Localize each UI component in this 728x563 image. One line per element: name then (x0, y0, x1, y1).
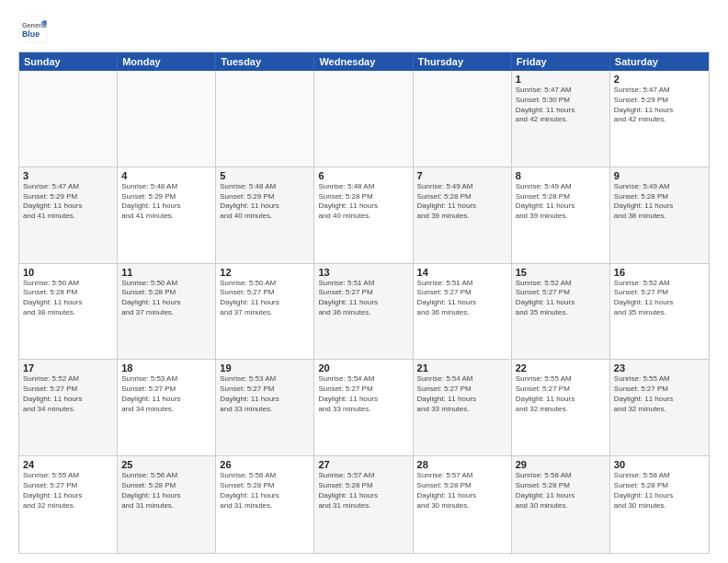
day-number: 30 (614, 459, 705, 470)
calendar: SundayMondayTuesdayWednesdayThursdayFrid… (18, 52, 710, 554)
calendar-cell-17: 17Sunrise: 5:52 AM Sunset: 5:27 PM Dayli… (19, 360, 118, 455)
day-number: 25 (121, 459, 211, 470)
calendar-cell-26: 26Sunrise: 5:56 AM Sunset: 5:28 PM Dayli… (216, 456, 314, 553)
day-number: 4 (121, 170, 211, 181)
day-number: 15 (516, 267, 606, 278)
day-number: 14 (417, 267, 507, 278)
day-info: Sunrise: 5:50 AM Sunset: 5:28 PM Dayligh… (121, 279, 211, 318)
day-info: Sunrise: 5:49 AM Sunset: 5:28 PM Dayligh… (417, 182, 507, 222)
day-number: 11 (121, 267, 211, 278)
calendar-cell-6: 6Sunrise: 5:48 AM Sunset: 5:28 PM Daylig… (314, 167, 413, 263)
day-number: 13 (318, 267, 408, 278)
day-info: Sunrise: 5:50 AM Sunset: 5:28 PM Dayligh… (23, 279, 113, 318)
day-number: 21 (417, 362, 507, 373)
day-info: Sunrise: 5:48 AM Sunset: 5:29 PM Dayligh… (121, 182, 211, 222)
day-info: Sunrise: 5:55 AM Sunset: 5:27 PM Dayligh… (23, 471, 113, 511)
day-info: Sunrise: 5:57 AM Sunset: 5:28 PM Dayligh… (417, 471, 507, 511)
day-number: 8 (516, 170, 606, 181)
calendar-cell-12: 12Sunrise: 5:50 AM Sunset: 5:27 PM Dayli… (216, 264, 314, 360)
page: General Blue SundayMondayTuesdayWednesda… (0, 0, 728, 563)
calendar-cell-24: 24Sunrise: 5:55 AM Sunset: 5:27 PM Dayli… (19, 456, 118, 553)
day-number: 16 (614, 267, 705, 278)
day-info: Sunrise: 5:58 AM Sunset: 5:28 PM Dayligh… (614, 471, 705, 511)
calendar-cell-1: 1Sunrise: 5:47 AM Sunset: 5:30 PM Daylig… (512, 71, 610, 167)
calendar-cell-16: 16Sunrise: 5:52 AM Sunset: 5:27 PM Dayli… (610, 264, 709, 360)
day-info: Sunrise: 5:47 AM Sunset: 5:30 PM Dayligh… (516, 86, 606, 125)
day-number: 3 (23, 170, 113, 181)
calendar-row-5: 24Sunrise: 5:55 AM Sunset: 5:27 PM Dayli… (19, 456, 709, 553)
calendar-cell-2: 2Sunrise: 5:47 AM Sunset: 5:29 PM Daylig… (610, 71, 709, 167)
calendar-cell-3: 3Sunrise: 5:47 AM Sunset: 5:29 PM Daylig… (19, 167, 118, 263)
calendar-cell-5: 5Sunrise: 5:48 AM Sunset: 5:29 PM Daylig… (216, 167, 314, 263)
calendar-cell-empty-0-1 (118, 71, 216, 167)
calendar-header: SundayMondayTuesdayWednesdayThursdayFrid… (19, 52, 709, 71)
day-number: 12 (220, 267, 310, 278)
calendar-row-1: 1Sunrise: 5:47 AM Sunset: 5:30 PM Daylig… (19, 71, 709, 167)
calendar-cell-29: 29Sunrise: 5:58 AM Sunset: 5:28 PM Dayli… (512, 456, 610, 553)
day-info: Sunrise: 5:56 AM Sunset: 5:28 PM Dayligh… (220, 471, 310, 511)
day-number: 24 (23, 459, 113, 470)
calendar-row-2: 3Sunrise: 5:47 AM Sunset: 5:29 PM Daylig… (19, 167, 709, 264)
day-number: 17 (23, 362, 113, 373)
day-info: Sunrise: 5:47 AM Sunset: 5:29 PM Dayligh… (23, 182, 113, 222)
logo: General Blue (18, 15, 51, 44)
day-info: Sunrise: 5:48 AM Sunset: 5:29 PM Dayligh… (220, 182, 310, 222)
calendar-cell-22: 22Sunrise: 5:55 AM Sunset: 5:27 PM Dayli… (512, 360, 610, 455)
calendar-cell-21: 21Sunrise: 5:54 AM Sunset: 5:27 PM Dayli… (414, 360, 512, 455)
calendar-cell-25: 25Sunrise: 5:56 AM Sunset: 5:28 PM Dayli… (118, 456, 216, 553)
header-day-friday: Friday (512, 52, 610, 71)
calendar-cell-empty-0-0 (19, 71, 118, 167)
calendar-cell-8: 8Sunrise: 5:49 AM Sunset: 5:28 PM Daylig… (512, 167, 610, 263)
day-number: 1 (516, 74, 606, 85)
day-info: Sunrise: 5:50 AM Sunset: 5:27 PM Dayligh… (220, 279, 310, 318)
calendar-cell-10: 10Sunrise: 5:50 AM Sunset: 5:28 PM Dayli… (19, 264, 118, 360)
logo-icon: General Blue (18, 15, 48, 44)
calendar-cell-18: 18Sunrise: 5:53 AM Sunset: 5:27 PM Dayli… (118, 360, 216, 455)
day-info: Sunrise: 5:51 AM Sunset: 5:27 PM Dayligh… (318, 279, 408, 318)
day-info: Sunrise: 5:49 AM Sunset: 5:28 PM Dayligh… (614, 182, 705, 222)
calendar-cell-14: 14Sunrise: 5:51 AM Sunset: 5:27 PM Dayli… (414, 264, 512, 360)
day-info: Sunrise: 5:55 AM Sunset: 5:27 PM Dayligh… (614, 374, 705, 414)
calendar-cell-15: 15Sunrise: 5:52 AM Sunset: 5:27 PM Dayli… (512, 264, 610, 360)
day-number: 23 (614, 362, 705, 373)
calendar-cell-23: 23Sunrise: 5:55 AM Sunset: 5:27 PM Dayli… (610, 360, 709, 455)
day-number: 20 (318, 362, 408, 373)
header-day-tuesday: Tuesday (216, 52, 314, 71)
calendar-row-3: 10Sunrise: 5:50 AM Sunset: 5:28 PM Dayli… (19, 264, 709, 361)
day-number: 9 (614, 170, 705, 181)
day-info: Sunrise: 5:56 AM Sunset: 5:28 PM Dayligh… (121, 471, 211, 511)
calendar-cell-20: 20Sunrise: 5:54 AM Sunset: 5:27 PM Dayli… (314, 360, 413, 455)
day-number: 22 (516, 362, 606, 373)
calendar-cell-30: 30Sunrise: 5:58 AM Sunset: 5:28 PM Dayli… (610, 456, 709, 553)
day-info: Sunrise: 5:48 AM Sunset: 5:28 PM Dayligh… (318, 182, 408, 222)
calendar-cell-9: 9Sunrise: 5:49 AM Sunset: 5:28 PM Daylig… (610, 167, 709, 263)
calendar-cell-13: 13Sunrise: 5:51 AM Sunset: 5:27 PM Dayli… (314, 264, 413, 360)
day-info: Sunrise: 5:52 AM Sunset: 5:27 PM Dayligh… (516, 279, 606, 318)
header-day-saturday: Saturday (610, 52, 709, 71)
svg-text:Blue: Blue (22, 29, 40, 39)
header-day-wednesday: Wednesday (314, 52, 413, 71)
day-info: Sunrise: 5:49 AM Sunset: 5:28 PM Dayligh… (516, 182, 606, 222)
day-info: Sunrise: 5:53 AM Sunset: 5:27 PM Dayligh… (220, 374, 310, 414)
day-info: Sunrise: 5:53 AM Sunset: 5:27 PM Dayligh… (121, 374, 211, 414)
day-info: Sunrise: 5:52 AM Sunset: 5:27 PM Dayligh… (23, 374, 113, 414)
calendar-cell-empty-0-4 (414, 71, 512, 167)
calendar-body: 1Sunrise: 5:47 AM Sunset: 5:30 PM Daylig… (19, 71, 709, 553)
day-info: Sunrise: 5:51 AM Sunset: 5:27 PM Dayligh… (417, 279, 507, 318)
day-number: 2 (614, 74, 705, 85)
day-info: Sunrise: 5:55 AM Sunset: 5:27 PM Dayligh… (516, 374, 606, 414)
calendar-row-4: 17Sunrise: 5:52 AM Sunset: 5:27 PM Dayli… (19, 360, 709, 456)
calendar-cell-19: 19Sunrise: 5:53 AM Sunset: 5:27 PM Dayli… (216, 360, 314, 455)
day-number: 6 (318, 170, 408, 181)
day-number: 28 (417, 459, 507, 470)
day-number: 27 (318, 459, 408, 470)
header: General Blue (18, 15, 710, 44)
day-number: 29 (516, 459, 606, 470)
calendar-cell-28: 28Sunrise: 5:57 AM Sunset: 5:28 PM Dayli… (414, 456, 512, 553)
header-day-monday: Monday (118, 52, 216, 71)
calendar-cell-11: 11Sunrise: 5:50 AM Sunset: 5:28 PM Dayli… (118, 264, 216, 360)
header-day-thursday: Thursday (414, 52, 512, 71)
calendar-cell-4: 4Sunrise: 5:48 AM Sunset: 5:29 PM Daylig… (118, 167, 216, 263)
day-info: Sunrise: 5:57 AM Sunset: 5:28 PM Dayligh… (318, 471, 408, 511)
calendar-cell-empty-0-3 (314, 71, 413, 167)
